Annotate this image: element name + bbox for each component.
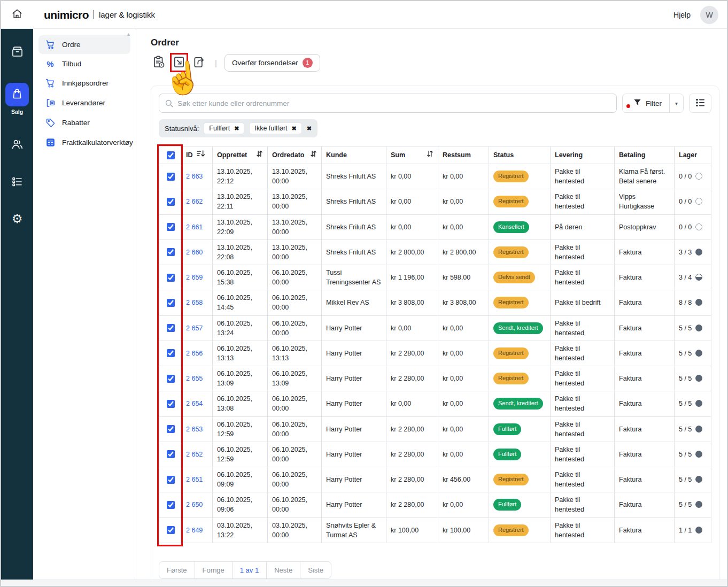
order-id-cell: 2 658: [182, 290, 213, 315]
horizontal-scrollbar[interactable]: [1, 580, 727, 586]
sidebar-item-ordre[interactable]: Ordre: [38, 35, 130, 54]
sum-cell: kr 2 280,00: [386, 366, 438, 391]
order-id-link[interactable]: 2 659: [186, 274, 203, 281]
icon-rail: Salg: [1, 29, 33, 580]
people-icon: [11, 137, 24, 153]
pagination-last[interactable]: Siste: [300, 561, 331, 579]
clear-filters-icon[interactable]: ✖: [307, 126, 312, 132]
rail-item-lists[interactable]: [11, 175, 24, 190]
scroll-up-icon[interactable]: ▲: [126, 32, 131, 37]
header-sum[interactable]: Sum: [386, 146, 438, 164]
order-id-link[interactable]: 2 656: [186, 350, 203, 357]
sidebar-item-leverandorer[interactable]: Leverandører: [38, 94, 130, 112]
payment-cell: Faktura: [615, 416, 675, 442]
status-cell: Registrert: [489, 518, 551, 543]
row-checkbox[interactable]: [167, 198, 175, 206]
pagination-first[interactable]: Første: [159, 561, 195, 579]
customer-cell: Shreks Friluft AS: [322, 214, 386, 240]
help-link[interactable]: Hjelp: [673, 11, 691, 19]
row-checkbox[interactable]: [167, 324, 175, 332]
sort-both-icon: [427, 150, 433, 160]
row-checkbox[interactable]: [167, 223, 175, 231]
column-settings-button[interactable]: [689, 94, 711, 113]
header-opprettet[interactable]: Opprettet: [213, 146, 268, 164]
order-id-cell: 2 649: [182, 518, 213, 543]
home-button[interactable]: [1, 8, 33, 22]
row-checkbox[interactable]: [167, 375, 175, 383]
status-badge: Fullført: [493, 449, 521, 460]
order-date-cell: 06.10.2025, 00:00: [268, 290, 322, 315]
transfer-shipments-button[interactable]: Overfør forsendelser 1: [224, 54, 320, 72]
sidebar-item-rabatter[interactable]: Rabatter: [38, 113, 130, 132]
row-checkbox[interactable]: [167, 299, 175, 307]
order-id-link[interactable]: 2 660: [186, 249, 203, 256]
customer-cell: Mikkel Rev AS: [322, 290, 386, 315]
filter-chip-fullfort[interactable]: Fullført ✖: [204, 122, 244, 134]
stock-indicator-icon: [695, 350, 702, 357]
rail-item-salg[interactable]: Salg: [5, 83, 29, 115]
row-checkbox[interactable]: [167, 476, 175, 484]
order-id-link[interactable]: 2 655: [186, 375, 203, 382]
pagination-prev[interactable]: Forrige: [195, 561, 233, 579]
order-id-link[interactable]: 2 651: [186, 476, 203, 483]
avatar[interactable]: W: [700, 6, 718, 24]
orders-toolbar: ☝ | Overfør forsendelser 1: [151, 53, 719, 72]
row-checkbox[interactable]: [167, 274, 175, 282]
order-id-link[interactable]: 2 652: [186, 451, 203, 458]
sidebar-item-innkjopsordrer[interactable]: Innkjøpsordrer: [38, 74, 130, 92]
row-checkbox[interactable]: [167, 248, 175, 256]
row-checkbox[interactable]: [167, 173, 175, 181]
row-checkbox[interactable]: [167, 526, 175, 534]
transfer-order-icon-button[interactable]: [171, 55, 187, 71]
rail-item-salg-tile[interactable]: [5, 83, 29, 106]
order-id-link[interactable]: 2 653: [186, 426, 203, 433]
select-all-header[interactable]: [159, 146, 182, 164]
customer-cell: Shreks Friluft AS: [322, 189, 386, 214]
order-id-cell: 2 657: [182, 315, 213, 341]
stock-indicator-icon: [695, 274, 702, 281]
rail-item-settings[interactable]: ⚙: [12, 213, 23, 225]
order-id-link[interactable]: 2 657: [186, 325, 203, 332]
search-input[interactable]: [159, 94, 617, 113]
row-checkbox[interactable]: [167, 425, 175, 433]
row-checkbox[interactable]: [167, 400, 175, 408]
pagination-current[interactable]: 1 av 1: [232, 561, 267, 579]
sidebar-item-label: Tilbud: [62, 60, 81, 68]
remove-chip-icon[interactable]: ✖: [292, 126, 297, 132]
update-order-icon-button[interactable]: [191, 55, 207, 71]
order-id-link[interactable]: 2 658: [186, 299, 203, 306]
filter-chip-ikke-fullfort[interactable]: Ikke fullført ✖: [249, 122, 301, 134]
orders-table-wrap: ID: [159, 146, 711, 543]
stock-count: 5 / 5: [679, 451, 692, 458]
header-ordredato[interactable]: Ordredato: [268, 146, 322, 164]
new-order-icon-button[interactable]: [151, 55, 167, 71]
order-id-link[interactable]: 2 662: [186, 198, 203, 205]
status-badge: Sendt, kreditert: [493, 322, 543, 334]
rail-item-contacts[interactable]: [11, 137, 24, 153]
pagination-next[interactable]: Neste: [266, 561, 300, 579]
sum-cell: kr 0,00: [386, 214, 438, 240]
row-checkbox[interactable]: [167, 501, 175, 509]
order-id-link[interactable]: 2 649: [186, 527, 203, 534]
filter-dropdown-button[interactable]: ▾: [669, 94, 684, 113]
order-id-link[interactable]: 2 650: [186, 501, 203, 508]
order-id-link[interactable]: 2 663: [186, 173, 203, 180]
sort-both-icon: [310, 150, 317, 160]
remove-chip-icon[interactable]: ✖: [234, 126, 239, 132]
header-id[interactable]: ID: [182, 146, 213, 164]
order-id-link[interactable]: 2 661: [186, 223, 203, 231]
rail-item-archive[interactable]: [11, 45, 24, 60]
filter-button[interactable]: Filter: [622, 94, 670, 113]
row-checkbox[interactable]: [167, 349, 175, 357]
filter-active-dot: [626, 104, 630, 108]
delivery-cell: Pakke til hentested: [551, 265, 615, 290]
stock-cell: 5 / 5: [675, 492, 711, 518]
payment-cell: Faktura: [615, 366, 675, 391]
sidebar-item-tilbud[interactable]: % Tilbud: [38, 55, 130, 73]
sidebar-item-fraktkalkulator[interactable]: Fraktkalkulatorverktøy: [38, 133, 130, 152]
order-id-link[interactable]: 2 654: [186, 400, 203, 407]
row-checkbox[interactable]: [167, 450, 175, 458]
select-all-checkbox[interactable]: [167, 151, 175, 159]
header-label: Status: [493, 151, 514, 159]
delivery-cell: Pakke til hentested: [551, 164, 615, 189]
